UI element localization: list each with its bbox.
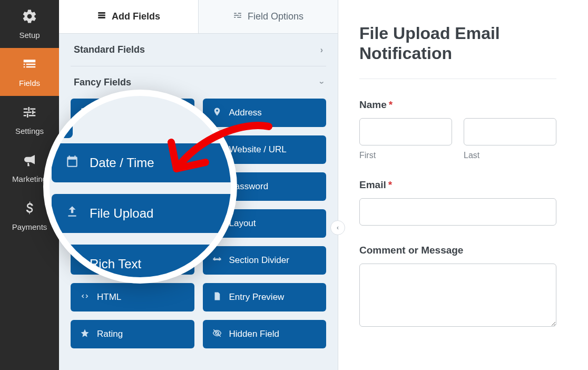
comment-textarea[interactable]: [359, 264, 556, 327]
lock-icon: [212, 181, 222, 193]
fields-panel: Add Fields Field Options Standard Fields…: [59, 0, 338, 370]
field-label: Password: [229, 181, 269, 192]
field-email: Email*: [359, 179, 556, 226]
sidebar-label: Marketing: [12, 174, 47, 183]
field-address[interactable]: Address: [203, 99, 327, 127]
field-label: Website / URL: [229, 144, 287, 155]
link-icon: [212, 144, 222, 156]
last-name-input[interactable]: [464, 118, 556, 145]
field-label: Rating: [97, 329, 123, 339]
sidebar-item-fields[interactable]: Fields: [0, 48, 59, 96]
name-label: Name*: [359, 99, 556, 111]
section-fancy-fields[interactable]: Fancy Fields ›: [59, 66, 338, 99]
field-label: Phone: [97, 108, 123, 118]
field-label: Layout: [229, 218, 256, 229]
sidebar-label: Fields: [19, 79, 40, 87]
last-sublabel: Last: [464, 151, 556, 160]
field-label: Address: [229, 108, 262, 118]
field-rating[interactable]: Rating: [71, 320, 194, 348]
calendar-icon: [80, 144, 90, 156]
dollar-icon: [22, 200, 37, 218]
list-icon: [22, 56, 37, 74]
form-title: File Upload Email Notification: [359, 23, 556, 64]
field-label: Page Break: [97, 255, 144, 266]
tab-add-fields[interactable]: Add Fields: [59, 0, 199, 33]
comment-label: Comment or Message: [359, 245, 556, 256]
field-label: Hidden Field: [229, 329, 279, 339]
document-icon: [212, 291, 222, 304]
options-icon: [233, 11, 242, 23]
field-layout[interactable]: Layout: [203, 209, 327, 238]
sidebar-item-settings[interactable]: Settings: [0, 96, 59, 144]
chevron-down-icon: ›: [317, 81, 326, 84]
sidebar-item-payments[interactable]: Payments: [0, 192, 59, 240]
divider: [359, 79, 556, 79]
field-hidden-field[interactable]: Hidden Field: [203, 320, 327, 348]
fancy-fields-grid: Phone Address Date / Time Website / URL …: [59, 99, 338, 357]
field-section-divider[interactable]: Section Divider: [203, 246, 327, 275]
gear-icon: [22, 8, 37, 26]
field-date-time[interactable]: Date / Time: [71, 135, 194, 164]
tab-label: Add Fields: [112, 11, 160, 22]
email-label: Email*: [359, 179, 556, 191]
field-label: HTML: [97, 292, 121, 303]
field-label: File Upload: [97, 181, 142, 192]
field-phone[interactable]: Phone: [71, 99, 194, 127]
sidebar: Setup Fields Settings Marketing Payments: [0, 0, 59, 370]
divider-icon: [212, 255, 222, 267]
field-entry-preview[interactable]: Entry Preview: [203, 283, 327, 311]
required-asterisk: *: [388, 179, 392, 190]
field-label: Section Divider: [229, 255, 289, 266]
field-label: Date / Time: [97, 144, 143, 155]
first-sublabel: First: [359, 151, 452, 160]
field-file-upload[interactable]: File Upload: [71, 172, 194, 201]
section-standard-fields[interactable]: Standard Fields ›: [59, 34, 338, 66]
sliders-icon: [22, 104, 37, 122]
star-icon: [80, 328, 90, 340]
sidebar-item-setup[interactable]: Setup: [0, 0, 59, 48]
pencil-icon: [80, 218, 90, 230]
required-asterisk: *: [389, 99, 393, 110]
pin-icon: [212, 107, 222, 119]
field-name: Name* First Last: [359, 99, 556, 160]
sidebar-label: Payments: [12, 222, 47, 231]
sidebar-label: Setup: [19, 31, 40, 40]
field-website-url[interactable]: Website / URL: [203, 135, 327, 164]
eye-slash-icon: [212, 328, 222, 340]
section-label: Fancy Fields: [74, 77, 131, 88]
field-label: Rich Text: [97, 218, 134, 229]
layout-icon: [212, 218, 222, 230]
field-password[interactable]: Password: [203, 172, 327, 201]
collapse-panel-button[interactable]: ‹: [330, 220, 345, 235]
phone-icon: [80, 107, 90, 119]
field-label: Entry Preview: [229, 292, 285, 303]
sidebar-item-marketing[interactable]: Marketing: [0, 144, 59, 192]
tab-field-options[interactable]: Field Options: [199, 0, 338, 33]
field-rich-text[interactable]: Rich Text: [71, 209, 194, 238]
field-html[interactable]: HTML: [71, 283, 194, 311]
bullhorn-icon: [22, 152, 37, 170]
email-input[interactable]: [359, 198, 556, 226]
form-preview: File Upload Email Notification Name* Fir…: [338, 0, 588, 370]
tabs: Add Fields Field Options: [59, 0, 338, 34]
upload-icon: [80, 181, 90, 193]
chevron-right-icon: ›: [320, 45, 323, 55]
page-break-icon: [80, 255, 90, 267]
field-page-break[interactable]: Page Break: [71, 246, 194, 275]
code-icon: [80, 291, 90, 304]
section-label: Standard Fields: [74, 44, 145, 55]
tab-label: Field Options: [248, 11, 303, 22]
first-name-input[interactable]: [359, 118, 452, 145]
field-comment: Comment or Message: [359, 245, 556, 329]
sidebar-label: Settings: [15, 126, 44, 135]
add-fields-icon: [97, 11, 106, 23]
